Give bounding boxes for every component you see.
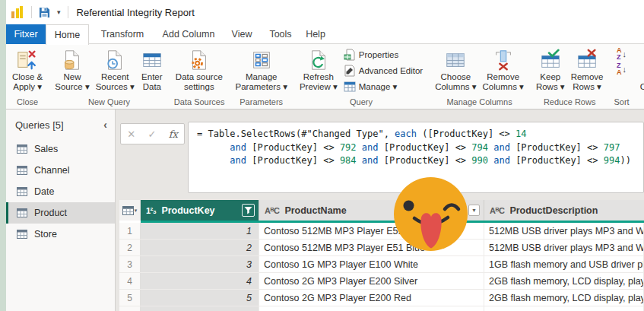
row-number[interactable]: 5 <box>119 290 141 306</box>
tab-home[interactable]: Home <box>46 24 89 45</box>
formula-cancel-icon[interactable]: ✕ <box>127 129 135 140</box>
formula-fx-icon[interactable]: fx <box>169 129 178 140</box>
table-icon <box>122 206 134 215</box>
group-label-manage-columns: Manage Columns <box>432 97 527 108</box>
row-number[interactable]: 1 <box>119 223 141 239</box>
winking-tongue-out-emoji-sticker <box>392 175 468 252</box>
new-source-button[interactable]: NewSource ▾ <box>52 46 92 94</box>
ribbon-group-manage-columns: ChooseColumns ▾ RemoveColumns ▾ Manage C… <box>429 44 530 109</box>
sort-descending-button[interactable]: ZA ↓ <box>615 62 628 77</box>
data-preview-grid: ▾ 1²₃ ProductKey AᴮC ProductName ▼ AᴮC P… <box>119 200 644 311</box>
table-icon <box>17 230 27 239</box>
row-number[interactable]: 6 <box>119 306 141 311</box>
divider <box>31 6 32 18</box>
tab-tools[interactable]: Tools <box>262 24 299 44</box>
close-apply-icon <box>16 48 39 72</box>
cell-productname[interactable]: Contoso 1G MP3 Player E100 White <box>259 256 484 272</box>
cell-productname[interactable]: Contoso 2G MP3 Player E200 Black <box>259 306 484 311</box>
cell-productkey[interactable]: 4 <box>141 273 259 289</box>
remove-rows-button[interactable]: RemoveRows ▾ <box>568 46 607 94</box>
cell-productname[interactable]: Contoso 2G MP3 Player E200 Silver <box>259 273 484 289</box>
query-item-store[interactable]: Store <box>6 224 115 245</box>
remove-columns-icon <box>492 48 515 72</box>
tab-file[interactable]: Fitxer <box>6 24 46 44</box>
cell-productdescription[interactable]: 512MB USB driver plays MP3 and WMA <box>484 240 644 255</box>
power-query-editor-window: ▾ Referential Integrity Report Fitxer Ho… <box>6 0 644 311</box>
remove-columns-button[interactable]: RemoveColumns ▾ <box>480 46 527 94</box>
ribbon-group-reduce-rows: KeepRows ▾ RemoveRows ▾ Reduce Rows <box>530 44 610 109</box>
manage-parameters-icon <box>250 48 273 72</box>
divider <box>68 6 68 18</box>
cell-productkey[interactable]: 3 <box>141 256 259 272</box>
tab-view[interactable]: View <box>221 24 262 44</box>
recent-sources-button[interactable]: RecentSources ▾ <box>93 46 138 94</box>
manage-button[interactable]: Manage ▾ <box>341 79 426 94</box>
row-number[interactable]: 4 <box>119 273 141 289</box>
manage-icon <box>344 81 356 93</box>
cell-productdescription[interactable]: 1GB flash memory and USB driver plays MP… <box>484 256 644 272</box>
cell-productkey[interactable]: 1 <box>141 223 259 239</box>
query-item-product-selected[interactable]: Product <box>6 202 115 224</box>
save-icon[interactable] <box>39 7 50 18</box>
manage-parameters-button[interactable]: ManageParameters ▾ <box>233 46 290 94</box>
filter-applied-button[interactable] <box>242 204 255 217</box>
close-and-apply-button[interactable]: Close &Apply ▾ <box>9 46 46 94</box>
table-icon <box>17 187 27 196</box>
properties-button[interactable]: Properties <box>341 47 426 62</box>
cell-productkey[interactable]: 2 <box>141 240 259 255</box>
row-number[interactable]: 2 <box>119 240 141 255</box>
query-item-date[interactable]: Date <box>6 181 115 202</box>
data-source-settings-icon <box>188 48 211 72</box>
queries-pane: Queries [5] ‹ Sales Channel Date Product… <box>6 109 116 311</box>
ribbon-group-new-query: NewSource ▾ RecentSources ▾ <box>49 44 170 109</box>
quick-access-dropdown-icon[interactable]: ▾ <box>57 8 61 16</box>
column-header-productdescription[interactable]: AᴮC ProductDescription <box>484 200 644 221</box>
row-number[interactable]: 3 <box>119 256 141 272</box>
data-source-settings-button[interactable]: Data sourcesettings <box>173 46 226 94</box>
table-row: 5 5 Contoso 2G MP3 Player E200 Red 2GB f… <box>119 290 644 306</box>
advanced-editor-icon <box>344 65 356 77</box>
filter-funnel-icon <box>244 206 252 214</box>
table-icon <box>17 144 27 154</box>
ribbon-tab-bar: Fitxer Home Transform Add Column View To… <box>6 24 644 44</box>
cell-productdescription[interactable]: 512MB USB driver plays MP3 and WMA <box>484 223 644 239</box>
table-row: 2 2 Contoso 512MB MP3 Player E51 Blue 51… <box>119 240 644 256</box>
query-item-sales[interactable]: Sales <box>6 138 115 160</box>
cell-productdescription[interactable]: 2GB flash memory, LCD display, plays MP3 <box>484 290 644 306</box>
table-row: 3 3 Contoso 1G MP3 Player E100 White 1GB… <box>119 256 644 273</box>
recent-sources-icon <box>103 48 126 72</box>
choose-columns-button[interactable]: ChooseColumns ▾ <box>432 46 479 94</box>
keep-rows-button[interactable]: KeepRows ▾ <box>533 46 568 94</box>
tab-transform[interactable]: Transform <box>89 24 156 44</box>
cell-productdescription[interactable]: 2GB flash memory, LCD display, plays MP3 <box>484 306 644 311</box>
cell-productkey[interactable]: 5 <box>141 290 259 306</box>
cell-productdescription[interactable]: 2GB flash memory, LCD display, plays MP3 <box>484 273 644 289</box>
column-header-productkey[interactable]: 1²₃ ProductKey <box>141 200 259 221</box>
window-title: Referential Integrity Report <box>77 7 195 18</box>
cell-productkey[interactable]: 6 <box>141 306 259 311</box>
query-item-channel[interactable]: Channel <box>6 160 115 181</box>
enter-data-button[interactable]: EnterData <box>138 46 167 94</box>
sort-za-icon: ↓ <box>623 66 627 73</box>
chevron-down-icon: ▾ <box>135 208 138 214</box>
refresh-preview-button[interactable]: RefreshPreview ▾ <box>297 46 341 94</box>
enter-data-icon <box>141 48 163 72</box>
choose-columns-icon <box>444 48 467 72</box>
text-type-icon: AᴮC <box>265 206 279 215</box>
split-column-button[interactable]: SplitColumn <box>637 46 644 94</box>
tab-add-column[interactable]: Add Column <box>156 24 221 44</box>
ribbon-group-close: Close &Apply ▾ Close <box>6 44 49 109</box>
whole-number-type-icon: 1²₃ <box>146 206 156 215</box>
advanced-editor-button[interactable]: Advanced Editor <box>341 63 426 78</box>
ribbon-group-query: RefreshPreview ▾ Properties <box>293 44 429 109</box>
sort-ascending-button[interactable]: AZ ↓ <box>615 46 628 62</box>
cell-productname[interactable]: Contoso 2G MP3 Player E200 Red <box>259 290 484 306</box>
table-row: 4 4 Contoso 2G MP3 Player E200 Silver 2G… <box>119 273 644 290</box>
queries-collapse-icon[interactable]: ‹ <box>103 119 107 131</box>
queries-pane-title: Queries [5] <box>15 119 64 131</box>
table-menu-button[interactable]: ▾ <box>119 200 141 221</box>
column-filter-dropdown-button[interactable]: ▼ <box>468 205 480 216</box>
tab-help[interactable]: Help <box>299 24 332 44</box>
formula-check-icon[interactable]: ✓ <box>148 129 156 140</box>
new-source-icon <box>61 48 84 72</box>
